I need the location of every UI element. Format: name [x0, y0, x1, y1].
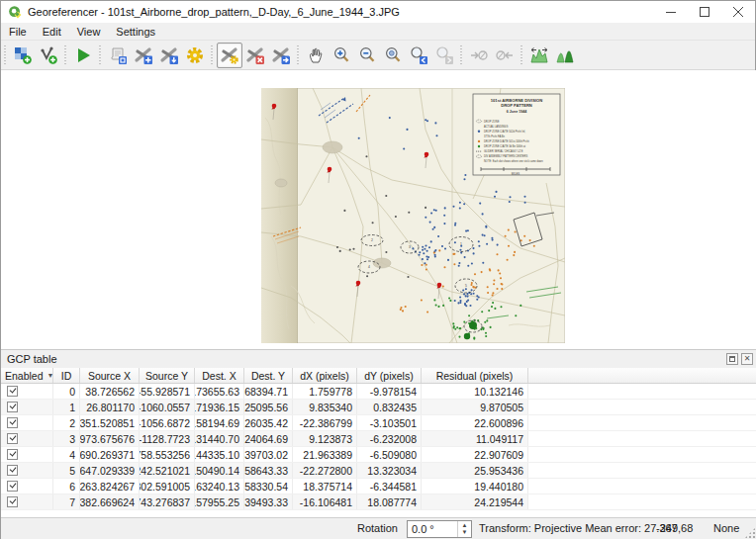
table-cell: -242.521021	[140, 463, 195, 478]
column-header-source-x[interactable]: Source X	[80, 368, 140, 383]
save-gcp-points-button[interactable]	[156, 43, 182, 68]
enabled-cell	[1, 415, 53, 430]
map-canvas[interactable]: 234156101st AIRBORNE DIVISIONDROP PATTER…	[1, 70, 756, 349]
menu-edit[interactable]: Edit	[35, 24, 69, 40]
spinner-arrows-icon[interactable]: ▲▼	[457, 521, 471, 537]
toolbar-handle[interactable]	[4, 45, 6, 65]
panel-float-button[interactable]	[726, 353, 738, 365]
rotation-spinbox[interactable]: 0.0 ° ▲▼	[407, 520, 472, 538]
column-header-source-y[interactable]: Source Y	[140, 368, 195, 383]
svg-text:GLIDER SERIAL 'CHICAGO' LZ E: GLIDER SERIAL 'CHICAGO' LZ E	[484, 149, 523, 153]
toolbar-handle[interactable]	[297, 45, 299, 65]
table-cell-filler	[528, 479, 756, 494]
add-point-button[interactable]	[217, 43, 242, 68]
zoom-to-layer-button[interactable]	[380, 43, 406, 68]
gcp-enabled-checkbox[interactable]	[7, 433, 18, 444]
svg-text:DROP ZONE: DROP ZONE	[484, 120, 500, 124]
gcp-enabled-checkbox[interactable]	[7, 481, 18, 492]
gcp-enabled-checkbox[interactable]	[7, 417, 18, 428]
column-header-dest-x[interactable]: Dest. X	[195, 368, 244, 383]
column-header-filler	[528, 368, 756, 383]
rotation-value[interactable]: 0.0 °	[408, 521, 457, 537]
gcp-enabled-checkbox[interactable]	[7, 465, 18, 476]
column-header-enabled[interactable]: Enabled▼	[1, 368, 53, 383]
close-button[interactable]	[721, 1, 755, 23]
svg-text:4: 4	[368, 265, 370, 269]
table-cell: -173655.63	[195, 384, 244, 399]
link-georeferencer-to-qgis-icon	[469, 45, 489, 65]
zoom-last-button[interactable]	[406, 43, 431, 68]
table-cell: 0.832435	[357, 400, 422, 414]
resize-grip[interactable]	[744, 527, 756, 539]
table-cell: -150490.14	[195, 463, 244, 478]
gcp-enabled-checkbox[interactable]	[7, 449, 18, 460]
generate-gdal-script-button[interactable]	[105, 43, 131, 68]
pan-button[interactable]	[303, 43, 329, 68]
table-row[interactable]: 3973.675676-1128.7723-131440.706324064.6…	[1, 431, 756, 447]
minimize-button[interactable]	[654, 1, 688, 23]
link-qgis-to-georeferencer-button[interactable]	[492, 43, 518, 68]
svg-text:DROP ZONE C/A/TE 502d Prcht In: DROP ZONE C/A/TE 502d Prcht Inf,	[484, 130, 525, 134]
delete-point-button[interactable]	[242, 43, 268, 68]
title-bar[interactable]: Georeferencer - 101st_Airborne_drop_patt…	[1, 1, 755, 23]
gcp-enabled-checkbox[interactable]	[7, 386, 18, 397]
toolbar-handle[interactable]	[211, 45, 213, 65]
toolbar-handle[interactable]	[520, 45, 522, 65]
table-row[interactable]: 4690.269371-758.553256-144335.106339703.…	[1, 447, 756, 463]
menu-view[interactable]: View	[69, 24, 109, 40]
map-legend: 101st AIRBORNE DIVISIONDROP PATTERN6 Jun…	[473, 94, 560, 176]
table-cell: 11.049117	[422, 431, 528, 446]
table-row[interactable]: 6263.824267-302.591005-163240.136358330.…	[1, 479, 756, 494]
enabled-cell	[1, 400, 53, 414]
menu-file[interactable]: File	[1, 24, 35, 40]
svg-text:3: 3	[409, 245, 411, 249]
table-row[interactable]: 5647.029339-242.521021-150490.146358643.…	[1, 463, 756, 479]
toolbar-handle[interactable]	[99, 45, 101, 65]
svg-text:DROP ZONE D/A/TE 501st-506th P: DROP ZONE D/A/TE 501st-506th Prcht	[484, 139, 529, 143]
table-cell: -131440.70	[195, 431, 244, 446]
column-header-dest-y[interactable]: Dest. Y	[244, 368, 293, 383]
column-header-dx-pixels[interactable]: dX (pixels)	[293, 368, 357, 383]
svg-text:2: 2	[371, 238, 373, 242]
zoom-in-button[interactable]	[329, 43, 354, 68]
table-cell: 6358643.33	[244, 463, 293, 478]
map-image[interactable]: 234156101st AIRBORNE DIVISIONDROP PATTER…	[261, 88, 565, 343]
move-gcp-point-button[interactable]	[268, 43, 294, 68]
table-cell: -144335.10	[195, 447, 244, 462]
link-georeferencer-to-qgis-button[interactable]	[466, 43, 492, 68]
maximize-button[interactable]	[688, 1, 721, 23]
table-row[interactable]: 2351.520851-1056.6872-158194.696326035.4…	[1, 415, 756, 431]
zoom-out-button[interactable]	[354, 43, 380, 68]
column-header-residual[interactable]: Residual (pixels)	[422, 368, 528, 383]
panel-close-button[interactable]: ✕	[741, 353, 753, 365]
open-raster-button[interactable]	[10, 43, 36, 68]
transformation-settings-button[interactable]	[182, 43, 208, 68]
gcp-enabled-checkbox[interactable]	[7, 402, 18, 412]
transform-status: Transform: Projective Mean error: 27.367	[479, 522, 678, 534]
load-gcp-points-button[interactable]	[131, 43, 156, 68]
raster-map-image[interactable]: 234156101st AIRBORNE DIVISIONDROP PATTER…	[261, 88, 565, 343]
table-row[interactable]: 038.726562-55.928571-173655.636368394.71…	[1, 384, 756, 400]
gcp-enabled-checkbox[interactable]	[7, 496, 18, 507]
table-cell: 18.375714	[293, 479, 357, 494]
gcp-panel-titlebar[interactable]: GCP table ✕	[1, 350, 756, 368]
toolbar-handle[interactable]	[64, 45, 66, 65]
table-cell: 6325095.56	[244, 400, 293, 414]
open-vector-button[interactable]	[36, 43, 61, 68]
column-header-id[interactable]: ID	[53, 368, 80, 383]
menu-settings[interactable]: Settings	[108, 24, 163, 40]
table-row[interactable]: 126.801170-1060.0557-171936.156325095.56…	[1, 400, 756, 415]
crs-status: None	[713, 522, 739, 534]
local-histogram-stretch-button[interactable]	[552, 43, 578, 68]
table-cell: 3	[53, 431, 80, 446]
full-histogram-stretch-icon	[529, 45, 549, 65]
toolbar-handle[interactable]	[460, 45, 462, 65]
svg-text:1: 1	[460, 242, 462, 246]
start-georeferencing-button[interactable]	[70, 43, 96, 68]
enabled-cell	[1, 494, 53, 509]
column-header-dy-pixels[interactable]: dY (pixels)	[357, 368, 422, 383]
table-cell-filler	[528, 431, 756, 446]
zoom-next-button[interactable]	[431, 43, 457, 68]
full-histogram-stretch-button[interactable]	[526, 43, 552, 68]
table-row[interactable]: 7382.669624-743.276837-157955.256339493.…	[1, 494, 756, 510]
